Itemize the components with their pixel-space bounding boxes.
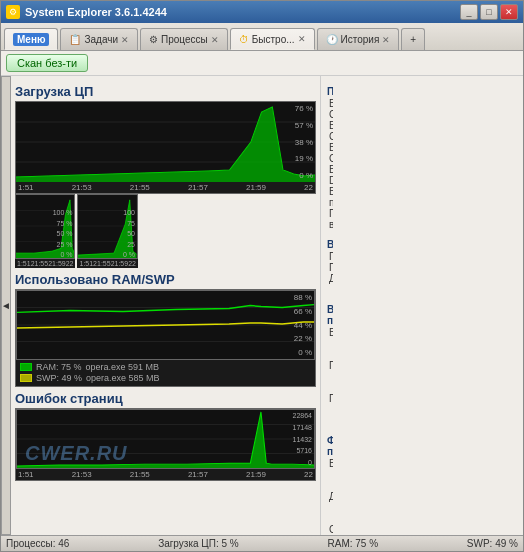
row-priv: Привилег. время 1 %	[327, 208, 331, 230]
row-processes: Процессы 47	[327, 251, 331, 262]
left-panel: Загрузка ЦП Top Process: dwm.exe (3,28 %…	[11, 76, 321, 535]
core1-x-labels: 1:51 21:55 21:59 22	[15, 259, 75, 268]
tab-tasks-label: Задачи	[84, 34, 118, 45]
tasks-icon: 📋	[69, 34, 81, 45]
row-c2: Время С2 0 %	[327, 120, 331, 142]
row-descriptors: Дескрипторы 23 836	[327, 273, 331, 295]
tab-quick[interactable]: ⏱ Быстро... ✕	[230, 28, 315, 50]
errors-chart-container: 22864 17148 11432 5716 0 1:51 21:53 21:5…	[15, 408, 316, 481]
errors-svg	[17, 410, 314, 468]
row-dpc: Время DPC 0 %	[327, 164, 331, 186]
right-panel: Процессор Время С1 89 % Время С2 0 % Вре…	[321, 76, 333, 535]
status-ram: RAM: 75 %	[327, 538, 378, 549]
ram-y-labels: 88 % 66 % 44 % 22 % 0 %	[294, 293, 312, 357]
cpu-chart-svg	[16, 102, 315, 182]
ram-color	[20, 363, 32, 371]
row-threads: Потоки 867	[327, 262, 331, 273]
errors-y-labels: 22864 17148 11432 5716 0	[293, 412, 312, 466]
swp-process: opera.exe 585 MB	[86, 373, 160, 383]
processes-icon: ⚙	[149, 34, 158, 45]
cpu-title: Загрузка ЦП	[15, 84, 316, 99]
toolbar: Скан без-ти	[1, 51, 523, 76]
swp-legend-item: SWP: 49 % opera.exe 585 MB	[20, 373, 311, 383]
title-controls: _ □ ✕	[460, 4, 518, 20]
status-cpu: Загрузка ЦП: 5 %	[158, 538, 239, 549]
row-c3: Время С3 0 %	[327, 142, 331, 164]
core2-chart: Core 2 3 %	[77, 194, 137, 259]
ram-legend: RAM: 75 % opera.exe 591 MB SWP: 49 % ope…	[16, 360, 315, 386]
tab-add[interactable]: +	[401, 28, 425, 50]
ram-process: opera.exe 591 MB	[86, 362, 160, 372]
quick-icon: ⏱	[239, 34, 249, 45]
tab-history-close[interactable]: ✕	[382, 35, 390, 45]
menu-tab-label: Меню	[13, 33, 49, 46]
cpu-chart-main: Top Process: dwm.exe (3,28 %)	[16, 102, 315, 182]
row-phys-avail: Доступно 507 832 KB	[327, 491, 331, 524]
cpu-chart-container: Top Process: dwm.exe (3,28 %)	[15, 101, 316, 194]
errors-section: Ошибок страниц	[15, 391, 316, 481]
ram-section: Использовано RAM/SWP	[15, 272, 316, 387]
ram-legend-item: RAM: 75 % opera.exe 591 MB	[20, 362, 311, 372]
tab-menu[interactable]: Меню	[4, 28, 58, 50]
swp-color	[20, 374, 32, 382]
ram-title: Использовано RAM/SWP	[15, 272, 316, 287]
main-content: ◄ Загрузка ЦП Top Process: dwm.exe (3,28…	[1, 76, 523, 535]
errors-chart: 22864 17148 11432 5716 0	[16, 409, 315, 469]
row-phys-cache: Системный кэш 451 932 KB	[327, 524, 331, 535]
core2-x-labels: 1:51 21:55 21:59 22	[77, 259, 137, 268]
status-swp: SWP: 49 %	[467, 538, 518, 549]
tab-processes-close[interactable]: ✕	[211, 35, 219, 45]
tab-tasks-close[interactable]: ✕	[121, 35, 129, 45]
tab-processes-label: Процессы	[161, 34, 208, 45]
history-icon: 🕐	[326, 34, 338, 45]
mini-charts: Core 1 7 %	[15, 194, 316, 268]
status-processes: Процессы: 46	[6, 538, 69, 549]
tab-history-label: История	[341, 34, 380, 45]
collapse-arrow[interactable]: ◄	[1, 76, 11, 535]
app-icon: ⚙	[6, 5, 20, 19]
cpu-section: Загрузка ЦП Top Process: dwm.exe (3,28 %…	[15, 84, 316, 268]
close-button[interactable]: ✕	[500, 4, 518, 20]
tab-quick-label: Быстро...	[252, 34, 295, 45]
minimize-button[interactable]: _	[460, 4, 478, 20]
tab-processes[interactable]: ⚙ Процессы ✕	[140, 28, 228, 50]
add-icon: +	[410, 34, 416, 45]
ram-chart: 88 % 66 % 44 % 22 % 0 %	[16, 290, 315, 360]
row-alloc-peak: Пик 2190 128 KB	[327, 393, 331, 426]
row-alloc-limit: Предел 4103 692 KB	[327, 360, 331, 393]
ram-svg	[17, 291, 314, 359]
content-wrapper: ◄ Загрузка ЦП Top Process: dwm.exe (3,28…	[1, 76, 322, 535]
ram-chart-container: 88 % 66 % 44 % 22 % 0 % RAM: 75 %	[15, 289, 316, 387]
tab-history[interactable]: 🕐 История ✕	[317, 28, 400, 50]
cpu-y-labels: 76 % 57 % 38 % 19 % 0 %	[295, 104, 313, 180]
ram-label: RAM: 75 %	[36, 362, 82, 372]
cpu-x-labels: 1:51 21:53 21:55 21:57 21:59 22	[16, 182, 315, 193]
core1-chart: Core 1 7 %	[15, 194, 75, 259]
title-bar: ⚙ System Explorer 3.6.1.4244 _ □ ✕	[1, 1, 523, 23]
tab-quick-close[interactable]: ✕	[298, 34, 306, 44]
row-phys-total: Всего 2096 696 KB	[327, 458, 331, 491]
tab-tasks[interactable]: 📋 Задачи ✕	[60, 28, 138, 50]
scan-button[interactable]: Скан без-ти	[6, 54, 88, 72]
core2-section: Core 2 3 %	[77, 194, 137, 268]
core1-y-labels: 100 % 75 % 50 % 25 % 0 %	[53, 209, 73, 258]
core2-y-labels: 100 75 50 25 0 %	[123, 209, 135, 258]
row-alloc-total: Всего 1994 260 KB	[327, 327, 331, 360]
errors-title: Ошибок страниц	[15, 391, 316, 406]
errors-x-labels: 1:51 21:53 21:55 21:57 21:59 22	[16, 469, 315, 480]
title-bar-left: ⚙ System Explorer 3.6.1.4244	[6, 5, 167, 19]
status-bar: Процессы: 46 Загрузка ЦП: 5 % RAM: 75 % …	[1, 535, 523, 551]
main-window: ⚙ System Explorer 3.6.1.4244 _ □ ✕ Меню …	[0, 0, 524, 552]
swp-label: SWP: 49 %	[36, 373, 82, 383]
tabs-bar: Меню 📋 Задачи ✕ ⚙ Процессы ✕ ⏱ Быстро...…	[1, 23, 523, 51]
row-interrupts: Время прерываний 0 %	[327, 186, 331, 208]
row-c1: Время С1 89 %	[327, 98, 331, 120]
maximize-button[interactable]: □	[480, 4, 498, 20]
window-title: System Explorer 3.6.1.4244	[25, 6, 167, 18]
core1-section: Core 1 7 %	[15, 194, 75, 268]
